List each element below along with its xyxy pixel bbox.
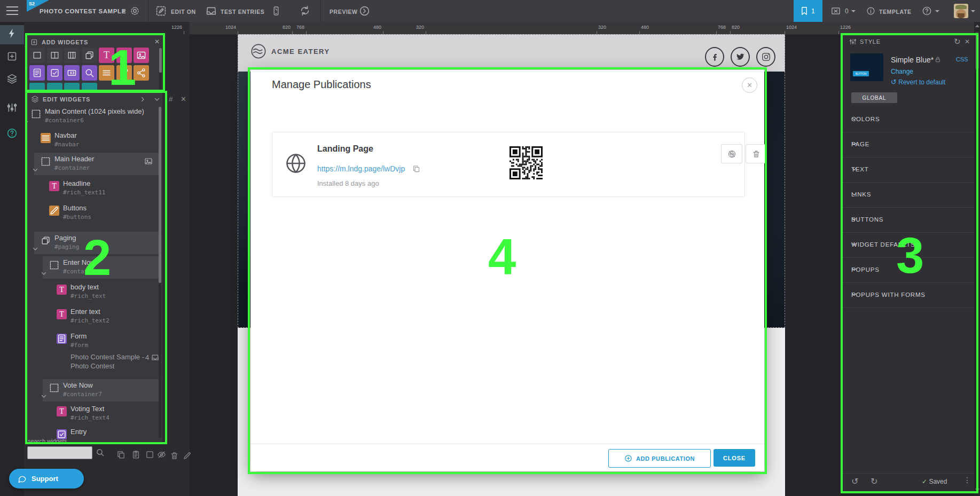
theme-thumbnail[interactable]: BUTTON xyxy=(850,53,883,81)
hide-icon[interactable] xyxy=(157,450,166,459)
scroll-down-icon[interactable] xyxy=(975,489,979,491)
delete-publication-button[interactable] xyxy=(746,144,767,163)
widget-tile-search[interactable] xyxy=(82,65,97,81)
widget-tile-columns-2[interactable] xyxy=(47,48,62,63)
publication-url[interactable]: https://m.lndg.page/lwDvjp xyxy=(317,164,405,173)
twitter-icon[interactable] xyxy=(731,47,750,67)
widget-tile-image[interactable] xyxy=(134,48,149,63)
collapse-all-icon[interactable] xyxy=(154,96,160,103)
widget-tile-checkbox[interactable] xyxy=(47,65,62,81)
style-section-popups[interactable]: POPUPS xyxy=(843,257,974,283)
widget-tile-menu[interactable] xyxy=(99,65,114,81)
leads-count[interactable]: 0 xyxy=(845,7,849,15)
edit-pen-icon[interactable] xyxy=(183,451,192,460)
copy-icon[interactable] xyxy=(116,450,126,459)
style-section-widget-defaults[interactable]: WIDGET DEFAULTS xyxy=(843,232,974,258)
global-tab[interactable]: GLOBAL xyxy=(851,92,897,103)
change-theme-link[interactable]: Change xyxy=(891,68,913,75)
mobile-preview-icon[interactable] xyxy=(271,5,281,17)
add-publication-button[interactable]: ADD PUBLICATION xyxy=(608,449,711,468)
entries-tray-icon[interactable] xyxy=(151,353,159,361)
edit-widgets-scrollbar[interactable] xyxy=(159,107,161,438)
widget-tile-columns-3[interactable] xyxy=(64,48,80,63)
tree-row-buttons[interactable]: Buttons#buttons xyxy=(27,202,162,225)
tree-row-paging[interactable]: Paging#paging xyxy=(27,232,162,255)
help-caret-icon[interactable] xyxy=(935,10,939,12)
redo-icon[interactable]: ↻ xyxy=(871,476,877,486)
widget-tile-share[interactable] xyxy=(134,65,149,81)
tree-row-vote-now[interactable]: Vote Now#container7 xyxy=(27,379,162,403)
style-refresh-icon[interactable]: ↻ xyxy=(954,37,961,46)
tree-row-navbar[interactable]: Navbar#navbar xyxy=(27,129,162,153)
settings-gear-icon[interactable] xyxy=(130,6,140,16)
support-button[interactable]: Support xyxy=(9,469,84,489)
avatar[interactable] xyxy=(954,4,968,18)
widget-tile-teal-1[interactable] xyxy=(29,83,45,91)
help-icon[interactable] xyxy=(922,6,932,16)
collapse-icon[interactable] xyxy=(41,270,47,277)
refresh-icon[interactable] xyxy=(299,5,311,17)
rail-sliders-icon[interactable] xyxy=(6,102,18,113)
collapse-icon[interactable] xyxy=(41,393,47,399)
project-caret-icon[interactable] xyxy=(122,10,126,12)
add-widgets-close-icon[interactable]: ✕ xyxy=(154,38,160,45)
preview-arrow-icon[interactable] xyxy=(359,5,370,17)
css-link[interactable]: CSS xyxy=(956,56,968,62)
expand-all-icon[interactable] xyxy=(139,96,146,103)
edit-widgets-close-icon[interactable]: ✕ xyxy=(181,95,186,103)
style-section-links[interactable]: LINKS xyxy=(843,182,974,208)
style-section-text[interactable]: TEXT xyxy=(843,157,974,183)
tree-row-voting-text[interactable]: TVoting Text#rich_text4 xyxy=(27,403,162,426)
tree-row-photo-contest-sample-pho[interactable]: Photo Contest Sample - Photo Contest4 xyxy=(27,350,162,374)
search-icon[interactable] xyxy=(96,448,105,457)
tree-row-enter-now[interactable]: Enter Now#container2 xyxy=(27,256,162,280)
rail-layers-icon[interactable] xyxy=(6,73,18,84)
template-button[interactable]: TEMPLATE xyxy=(879,9,912,15)
test-entries-icon[interactable] xyxy=(206,5,217,17)
collapse-icon[interactable] xyxy=(32,167,38,173)
collapse-icon[interactable] xyxy=(27,119,29,125)
widget-tile-paging[interactable] xyxy=(82,48,97,63)
edit-on-button[interactable]: EDIT ON xyxy=(171,9,196,15)
hamburger-menu-icon[interactable] xyxy=(6,6,18,15)
unpublish-button[interactable] xyxy=(721,144,742,163)
kebab-menu-icon[interactable]: ⋮ xyxy=(963,476,971,484)
project-name[interactable]: PHOTO CONTEST SAMPLE xyxy=(40,8,126,14)
search-widgets-input[interactable] xyxy=(27,446,92,459)
widget-tile-form[interactable] xyxy=(29,65,45,81)
facebook-icon[interactable] xyxy=(705,47,724,67)
rail-lightning-icon[interactable] xyxy=(6,28,18,39)
widget-tile-counter[interactable] xyxy=(64,65,80,81)
rail-add-widget-icon[interactable] xyxy=(6,51,18,62)
instagram-icon[interactable] xyxy=(756,47,775,67)
style-close-icon[interactable]: ✕ xyxy=(965,38,970,45)
widget-tile-teal-3[interactable] xyxy=(64,83,80,91)
undo-icon[interactable]: ↺ xyxy=(851,476,858,486)
add-widgets-scrollbar[interactable] xyxy=(159,48,162,91)
widget-tile-text[interactable]: T xyxy=(116,48,132,63)
revert-link[interactable]: ↺ Revert to default xyxy=(891,78,945,86)
avatar-caret-icon[interactable] xyxy=(971,10,975,12)
paste-icon[interactable] xyxy=(131,450,140,459)
style-section-buttons[interactable]: BUTTONS xyxy=(843,207,974,233)
tree-row-main-content-1024-pixels[interactable]: Main Content (1024 pixels wide)#containe… xyxy=(27,105,162,129)
select-box-icon[interactable] xyxy=(145,450,154,459)
modal-close-icon[interactable]: ✕ xyxy=(742,77,757,93)
info-icon[interactable] xyxy=(866,6,875,15)
tree-row-body-text[interactable]: Tbody text#rich_text xyxy=(27,281,162,304)
close-button[interactable]: CLOSE xyxy=(714,449,755,467)
tree-row-enter-text[interactable]: TEnter text#rich_text2 xyxy=(27,305,162,329)
tree-row-main-header[interactable]: Main Header#container xyxy=(27,153,162,176)
window-scrollbar[interactable] xyxy=(974,22,980,496)
rail-help-icon[interactable] xyxy=(6,128,18,139)
tree-row-headline[interactable]: THeadline#rich_text11 xyxy=(27,177,162,201)
scrollbar-thumb[interactable] xyxy=(975,32,979,69)
widget-tile-teal-2[interactable] xyxy=(47,83,62,91)
toggle-ids-icon[interactable]: # xyxy=(169,95,173,103)
widget-tile-button[interactable] xyxy=(116,65,132,81)
widget-tile-teal-4[interactable] xyxy=(82,83,97,91)
style-section-colors[interactable]: COLORS xyxy=(843,107,974,132)
publications-button[interactable]: 1 xyxy=(794,0,822,22)
widget-tile-container[interactable] xyxy=(29,48,45,63)
delete-icon[interactable] xyxy=(170,451,179,460)
